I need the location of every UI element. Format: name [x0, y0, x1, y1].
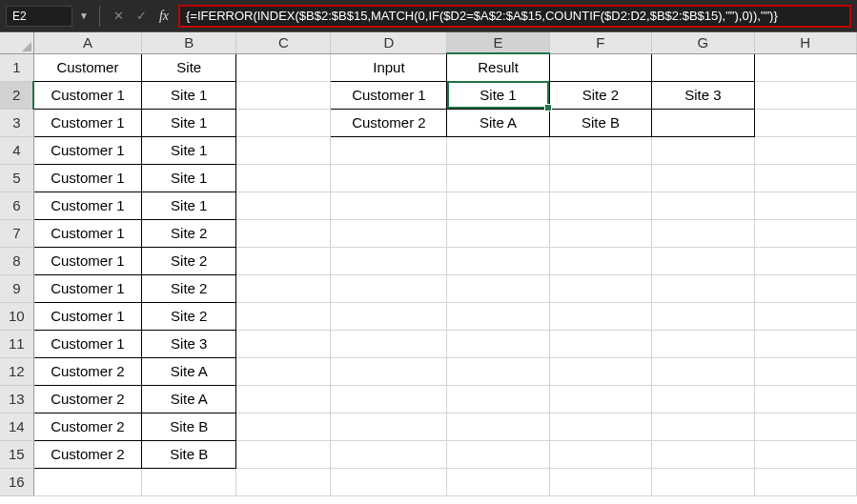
cell-E16[interactable] [447, 468, 549, 495]
cell-E8[interactable] [447, 247, 549, 274]
cell-G9[interactable] [652, 274, 754, 302]
cell-B1[interactable]: Site [142, 53, 236, 81]
cell-D12[interactable] [331, 357, 447, 385]
cell-C4[interactable] [236, 136, 331, 164]
cell-E14[interactable] [447, 413, 549, 440]
cell-B4[interactable]: Site 1 [142, 136, 236, 164]
cell-H12[interactable] [754, 357, 856, 385]
cell-G13[interactable] [652, 385, 754, 413]
cell-G7[interactable] [652, 219, 754, 247]
cell-C14[interactable] [236, 413, 331, 440]
cell-B13[interactable]: Site A [142, 385, 236, 413]
cell-B10[interactable]: Site 2 [142, 302, 236, 330]
cell-A2[interactable]: Customer 1 [33, 81, 142, 109]
cell-G11[interactable] [652, 330, 754, 357]
cell-H16[interactable] [754, 468, 856, 495]
cell-A3[interactable]: Customer 1 [33, 109, 142, 136]
cell-H15[interactable] [754, 440, 856, 468]
cell-B16[interactable] [142, 468, 236, 495]
cell-E2[interactable]: Site 1 [447, 81, 549, 109]
cell-H5[interactable] [754, 164, 856, 192]
row-head-13[interactable]: 13 [0, 385, 33, 413]
cell-F8[interactable] [549, 247, 651, 274]
cell-E13[interactable] [447, 385, 549, 413]
cell-E5[interactable] [447, 164, 549, 192]
cell-G12[interactable] [652, 357, 754, 385]
chevron-down-icon[interactable]: ▼ [78, 10, 90, 21]
cell-D1[interactable]: Input [331, 53, 447, 81]
cell-B11[interactable]: Site 3 [142, 330, 236, 357]
select-all-corner[interactable] [0, 32, 33, 53]
row-head-3[interactable]: 3 [0, 109, 33, 136]
cell-E1[interactable]: Result [447, 53, 549, 81]
cell-E9[interactable] [447, 274, 549, 302]
cell-H1[interactable] [754, 53, 856, 81]
cell-G6[interactable] [652, 192, 754, 219]
cell-C12[interactable] [236, 357, 331, 385]
cell-D3[interactable]: Customer 2 [331, 109, 447, 136]
cell-F12[interactable] [549, 357, 651, 385]
cell-A5[interactable]: Customer 1 [33, 164, 142, 192]
cell-D14[interactable] [331, 413, 447, 440]
col-head-E[interactable]: E [447, 32, 549, 53]
row-head-5[interactable]: 5 [0, 164, 33, 192]
cell-D13[interactable] [331, 385, 447, 413]
cell-C9[interactable] [236, 274, 331, 302]
cell-F10[interactable] [549, 302, 651, 330]
cell-C8[interactable] [236, 247, 331, 274]
row-head-11[interactable]: 11 [0, 330, 33, 357]
cell-H7[interactable] [754, 219, 856, 247]
cell-E7[interactable] [447, 219, 549, 247]
cell-F1[interactable] [549, 53, 651, 81]
cell-B15[interactable]: Site B [142, 440, 236, 468]
cell-A16[interactable] [33, 468, 142, 495]
cell-A1[interactable]: Customer [33, 53, 142, 81]
cell-A13[interactable]: Customer 2 [33, 385, 142, 413]
fx-icon[interactable]: fx [155, 8, 173, 25]
row-head-6[interactable]: 6 [0, 192, 33, 219]
row-head-15[interactable]: 15 [0, 440, 33, 468]
cell-A11[interactable]: Customer 1 [33, 330, 142, 357]
cell-B14[interactable]: Site B [142, 413, 236, 440]
cell-E15[interactable] [447, 440, 549, 468]
row-head-16[interactable]: 16 [0, 468, 33, 495]
cell-E11[interactable] [447, 330, 549, 357]
cell-C11[interactable] [236, 330, 331, 357]
cell-F15[interactable] [549, 440, 651, 468]
formula-input[interactable]: {=IFERROR(INDEX($B$2:$B$15,MATCH(0,IF($D… [178, 5, 851, 28]
row-head-9[interactable]: 9 [0, 274, 33, 302]
cell-E4[interactable] [447, 136, 549, 164]
cell-G8[interactable] [652, 247, 754, 274]
cell-F3[interactable]: Site B [549, 109, 651, 136]
cell-G5[interactable] [652, 164, 754, 192]
cell-H6[interactable] [754, 192, 856, 219]
cell-F13[interactable] [549, 385, 651, 413]
cell-A14[interactable]: Customer 2 [33, 413, 142, 440]
row-head-12[interactable]: 12 [0, 357, 33, 385]
cell-C6[interactable] [236, 192, 331, 219]
cell-F7[interactable] [549, 219, 651, 247]
cell-A15[interactable]: Customer 2 [33, 440, 142, 468]
cell-B5[interactable]: Site 1 [142, 164, 236, 192]
col-head-F[interactable]: F [549, 32, 651, 53]
cell-D15[interactable] [331, 440, 447, 468]
cell-B9[interactable]: Site 2 [142, 274, 236, 302]
col-head-H[interactable]: H [754, 32, 856, 53]
row-head-2[interactable]: 2 [0, 81, 33, 109]
cell-A8[interactable]: Customer 1 [33, 247, 142, 274]
enter-icon[interactable]: ✓ [133, 8, 150, 25]
cell-B12[interactable]: Site A [142, 357, 236, 385]
cell-B3[interactable]: Site 1 [142, 109, 236, 136]
cell-B7[interactable]: Site 2 [142, 219, 236, 247]
cell-C2[interactable] [236, 81, 331, 109]
cell-A7[interactable]: Customer 1 [33, 219, 142, 247]
cell-A9[interactable]: Customer 1 [33, 274, 142, 302]
cell-D9[interactable] [331, 274, 447, 302]
cell-F5[interactable] [549, 164, 651, 192]
cell-G3[interactable] [652, 109, 754, 136]
cell-C3[interactable] [236, 109, 331, 136]
cell-H11[interactable] [754, 330, 856, 357]
cell-D4[interactable] [331, 136, 447, 164]
cell-A4[interactable]: Customer 1 [33, 136, 142, 164]
cell-H10[interactable] [754, 302, 856, 330]
